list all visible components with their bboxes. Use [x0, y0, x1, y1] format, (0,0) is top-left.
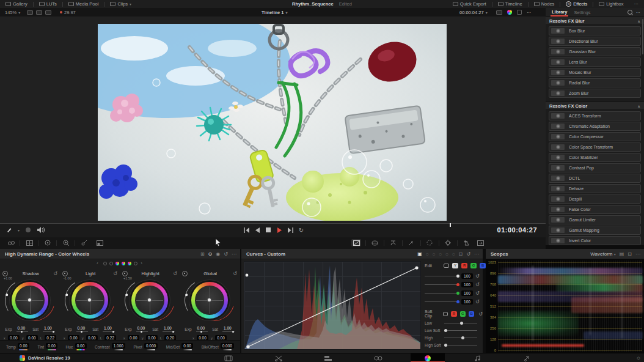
effect-item[interactable]: ACES Transform: [549, 111, 641, 120]
pivot-value[interactable]: 0.000: [144, 343, 158, 349]
effect-item[interactable]: Mosaic Blur: [549, 68, 641, 77]
sat-value[interactable]: 1.00: [163, 326, 175, 332]
effect-item[interactable]: Color Compressor: [549, 132, 641, 141]
audio-mute-icon[interactable]: [37, 226, 45, 234]
effect-item[interactable]: Gaussian Blur: [549, 47, 641, 56]
exp-value[interactable]: 0.00: [16, 326, 29, 332]
wheel-center-handle[interactable]: [208, 298, 211, 301]
goto-end-button[interactable]: [286, 226, 295, 234]
effect-item[interactable]: Invert Color: [549, 236, 641, 245]
softclip-b-button[interactable]: B: [469, 311, 474, 317]
contrast-control[interactable]: Contrast1.000: [95, 343, 125, 350]
library-menu-icon[interactable]: ⋯: [636, 10, 641, 15]
grab-still-icon[interactable]: [6, 239, 16, 246]
hue-vs-lum-icon[interactable]: ◌: [439, 251, 442, 257]
effect-item[interactable]: Directional Blur: [549, 37, 641, 46]
sat-vs-sat-icon[interactable]: ◌: [452, 251, 455, 257]
hdr-panel-menu-icon[interactable]: ⋯: [232, 251, 236, 257]
mid-detail-control[interactable]: Mid/Det0.00: [166, 343, 193, 350]
reset-icon[interactable]: ↺: [173, 271, 177, 276]
page-cut[interactable]: [262, 353, 296, 362]
stop-button[interactable]: [264, 226, 273, 234]
scope-options-icon[interactable]: ▤: [620, 251, 624, 257]
pivot-control[interactable]: Pivot0.000: [133, 343, 158, 350]
contrast-value[interactable]: 1.000: [112, 343, 125, 349]
timeline-button[interactable]: Timeline: [492, 0, 528, 8]
scope-expand-icon[interactable]: ⊡: [628, 251, 632, 257]
curve-graph[interactable]: [244, 261, 421, 350]
page-fairlight[interactable]: [461, 353, 495, 362]
color-wheel[interactable]: [187, 278, 232, 323]
overflow-menu-icon[interactable]: ⋯: [629, 1, 644, 7]
tracker-icon[interactable]: [443, 239, 453, 246]
qualifier-icon[interactable]: [388, 239, 398, 246]
page-edit[interactable]: [311, 353, 345, 362]
effect-item[interactable]: Zoom Blur: [549, 89, 641, 98]
zone-range-icon[interactable]: [182, 271, 188, 276]
zoom-tool-icon[interactable]: [61, 239, 71, 246]
channel-value[interactable]: 100: [461, 290, 473, 296]
hue-vs-hue-icon[interactable]: ◌: [426, 251, 429, 257]
annotation-tool-icon[interactable]: [5, 226, 13, 234]
collapse-icon[interactable]: ∧: [638, 19, 640, 23]
effect-item[interactable]: False Color: [549, 205, 641, 214]
link-channels-icon[interactable]: [444, 264, 449, 268]
loop-button[interactable]: ↻: [297, 226, 306, 234]
zone-target-icon[interactable]: ⊙: [208, 251, 213, 257]
eyedropper-icon[interactable]: [406, 239, 416, 246]
hdr-settings-icon[interactable]: ↺: [224, 251, 228, 257]
channel-y-button[interactable]: Y: [452, 263, 458, 268]
softclip-g-button[interactable]: G: [460, 311, 466, 317]
expand-viewer-icon[interactable]: [517, 10, 522, 15]
clip-slider[interactable]: [444, 330, 477, 331]
reset-icon[interactable]: ↺: [475, 282, 480, 287]
media-pool-button[interactable]: Media Pool: [63, 0, 104, 8]
effect-item[interactable]: Gamut Limiter: [549, 215, 641, 224]
power-window-icon[interactable]: [425, 239, 434, 246]
zoom-select[interactable]: 145%▾: [5, 8, 20, 17]
timeline-select[interactable]: Timeline 1▾: [262, 8, 288, 17]
sat-value[interactable]: 1.00: [103, 326, 115, 332]
color-sampler-icon[interactable]: [79, 239, 89, 246]
page-fusion[interactable]: [361, 353, 395, 362]
tab-library[interactable]: Library: [551, 9, 568, 17]
effect-item[interactable]: Lens Blur: [549, 57, 641, 67]
zone-range-icon[interactable]: [2, 271, 8, 276]
effect-item[interactable]: Color Space Transform: [549, 142, 641, 152]
split-viewer-icon[interactable]: [36, 10, 42, 15]
channel-value[interactable]: 100: [461, 282, 473, 287]
tint-control[interactable]: Tint0.00: [37, 343, 57, 350]
clips-button[interactable]: Clips▾: [104, 0, 137, 8]
exp-value[interactable]: 0.00: [76, 326, 89, 332]
channel-value[interactable]: 100: [461, 273, 473, 279]
black-offset-value[interactable]: 0.000: [221, 343, 234, 349]
custom-curve-icon[interactable]: ▣: [417, 251, 422, 257]
playhead-marker[interactable]: [450, 223, 451, 227]
channel-value[interactable]: 100: [461, 299, 473, 305]
hue-value[interactable]: 0.00: [75, 343, 87, 349]
page-prev-icon[interactable]: ‹: [97, 261, 99, 265]
wheel-pagination[interactable]: ‹ ›: [0, 261, 240, 265]
scopes-panel-menu-icon[interactable]: ⋯: [635, 251, 640, 257]
sat-value[interactable]: 1.00: [43, 326, 55, 332]
clip-slider[interactable]: [444, 323, 477, 323]
page-dot[interactable]: [115, 262, 119, 265]
effect-item[interactable]: Despill: [549, 194, 641, 204]
exp-value[interactable]: 0.00: [136, 326, 148, 332]
effect-item[interactable]: Chromatic Adaptation: [549, 122, 641, 131]
play-button[interactable]: [275, 226, 284, 234]
library-scrollbar[interactable]: [642, 19, 643, 54]
softclip-r-button[interactable]: R: [451, 311, 456, 317]
image-compare-icon[interactable]: [95, 239, 104, 246]
status-icon[interactable]: ⊙: [637, 356, 640, 361]
add-wheel-icon[interactable]: ⊞: [200, 251, 205, 257]
reset-icon[interactable]: ↺: [475, 273, 480, 279]
effect-item[interactable]: Box Blur: [549, 26, 641, 35]
color-warper-icon[interactable]: [370, 239, 379, 246]
color-wheel[interactable]: [127, 278, 172, 323]
viewer-timecode[interactable]: 00:00:04:27▾: [459, 8, 488, 17]
viewer-options-menu-icon[interactable]: ⋯: [527, 10, 532, 15]
effect-item[interactable]: DCTL: [549, 174, 641, 183]
collapse-icon[interactable]: ∧: [638, 104, 640, 108]
mid-detail-value[interactable]: 0.00: [181, 343, 193, 349]
